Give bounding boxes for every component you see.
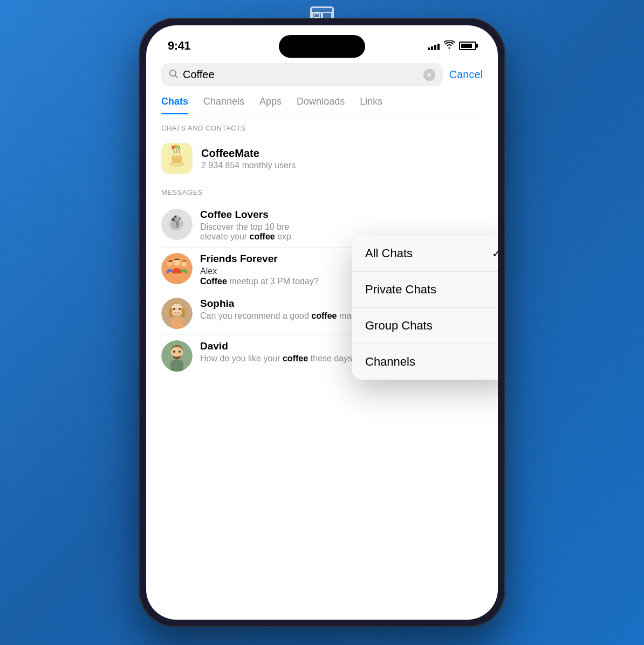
cancel-button[interactable]: Cancel <box>449 68 483 81</box>
svg-point-11 <box>172 218 175 221</box>
svg-point-12 <box>174 216 177 218</box>
svg-point-13 <box>179 217 181 219</box>
search-icon <box>169 69 179 81</box>
dropdown-group-chats[interactable]: Group Chats <box>352 308 498 344</box>
phone-frame: 9:41 <box>139 18 505 627</box>
coffeemate-info: CoffeeMate 2 934 854 monthly users <box>201 147 483 170</box>
coffee-lovers-name: Coffee Lovers <box>200 209 269 221</box>
chat-filter-dropdown: All Chats ✓ Private Chats Group Chats Ch… <box>352 236 498 380</box>
phone-screen: 9:41 <box>146 25 498 620</box>
status-icons <box>428 40 476 51</box>
status-time: 9:41 <box>168 39 190 53</box>
sophia-name: Sophia <box>200 298 234 310</box>
svg-point-15 <box>174 259 180 266</box>
signal-icon <box>428 42 440 50</box>
dropdown-channels[interactable]: Channels <box>352 344 498 380</box>
coffee-lovers-preview: Discover the top 10 bre <box>200 222 483 232</box>
svg-rect-2 <box>314 14 319 18</box>
search-bar: Coffee Cancel <box>161 63 483 86</box>
chats-contacts-label: CHATS AND CONTACTS <box>161 124 483 132</box>
tab-links[interactable]: Links <box>360 96 382 114</box>
svg-point-6 <box>172 155 182 158</box>
messages-label: MESSAGES <box>161 188 483 196</box>
tab-downloads[interactable]: Downloads <box>297 96 345 114</box>
svg-point-24 <box>173 351 175 353</box>
svg-point-16 <box>167 261 173 266</box>
tab-chats[interactable]: Chats <box>161 96 188 114</box>
wifi-icon <box>444 40 455 51</box>
checkmark-all-chats: ✓ <box>492 247 498 260</box>
svg-point-9 <box>177 146 180 149</box>
battery-icon <box>459 42 476 50</box>
tab-apps[interactable]: Apps <box>259 96 282 114</box>
dropdown-private-chats[interactable]: Private Chats <box>352 272 498 308</box>
search-input-wrap[interactable]: Coffee <box>161 63 443 86</box>
svg-point-21 <box>179 308 181 310</box>
svg-point-25 <box>179 351 181 353</box>
avatar-coffee-lovers <box>161 209 193 240</box>
avatar-sophia <box>161 298 193 329</box>
dropdown-all-chats[interactable]: All Chats ✓ <box>352 236 498 272</box>
avatar-friends-forever <box>161 253 193 284</box>
coffeemate-name: CoffeeMate <box>201 147 483 160</box>
friends-forever-name: Friends Forever <box>200 253 278 265</box>
tabs-row: Chats Channels Apps Downloads Links <box>161 96 483 114</box>
svg-point-20 <box>173 308 175 310</box>
search-query: Coffee <box>183 68 419 81</box>
dynamic-island <box>279 35 365 58</box>
david-name: David <box>200 340 228 352</box>
clear-search-button[interactable] <box>423 69 435 81</box>
tab-channels[interactable]: Channels <box>203 96 244 114</box>
avatar-david <box>161 340 193 372</box>
coffeemate-sub: 2 934 854 monthly users <box>201 161 483 170</box>
avatar-coffeemate <box>161 143 193 174</box>
contact-coffeemate[interactable]: CoffeeMate 2 934 854 monthly users <box>161 139 483 179</box>
